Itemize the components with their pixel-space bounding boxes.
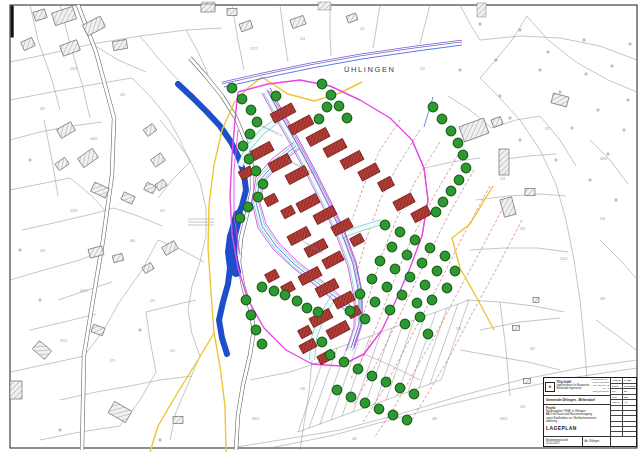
survey-cross-icon: [588, 178, 592, 182]
tree-icon: [253, 192, 263, 202]
survey-cross-icon: [28, 158, 32, 162]
building-existing: [10, 381, 22, 399]
building-planned-rect: [306, 127, 330, 146]
parcel-number-label: 451: [160, 209, 165, 213]
project-line: ableitung: [546, 420, 608, 423]
survey-cross-icon: [458, 68, 462, 72]
parcel-line: [44, 120, 58, 196]
building-existing-rect: [10, 381, 22, 399]
survey-cross-icon: [478, 22, 482, 26]
survey-cross-icon: [558, 90, 562, 94]
tree-icon: [238, 141, 248, 151]
tree-icon: [258, 179, 268, 189]
survey-cross-icon: [622, 128, 626, 132]
building-existing-rect: [239, 20, 253, 32]
parcel-number-label: 480/1: [252, 417, 260, 421]
parcel-line: [114, 208, 162, 226]
building-existing-rect: [142, 262, 154, 273]
building-planned: [306, 127, 330, 146]
tree-icon: [415, 312, 425, 322]
tree-icon: [437, 114, 447, 124]
building-planned: [296, 193, 320, 212]
building-existing: [55, 157, 69, 170]
tree-icon: [246, 105, 256, 115]
building-planned: [377, 176, 394, 191]
tree-icon: [339, 357, 349, 367]
client-name: Gemeinde Ühlingen - Birkendorf: [544, 396, 610, 405]
survey-cross-icon: [498, 94, 502, 98]
building-existing: [513, 326, 520, 331]
title-block-header: ti Tillig GmbH Ingenieurbüro für Bauwese…: [544, 378, 610, 396]
building-existing-rect: [57, 122, 76, 139]
building-existing: [142, 262, 154, 273]
tree-icon: [326, 90, 336, 100]
parcel-number-label: 452/3: [70, 209, 78, 213]
contour-line: [408, 220, 522, 426]
parcel-number-label: 527: [545, 127, 550, 131]
tree-icon: [353, 364, 363, 374]
tree-icon: [395, 383, 405, 393]
parcel-line: [590, 140, 628, 184]
parcel-line: [298, 380, 441, 432]
parcel-line: [500, 302, 510, 396]
building-existing: [201, 4, 215, 12]
parcel-line: [10, 252, 100, 280]
building-existing: [346, 13, 358, 23]
company-name-block: Tillig GmbH Ingenieurbüro für Bauwesen B…: [557, 382, 591, 391]
survey-cross-icon: [628, 42, 632, 46]
parcel-line: [480, 16, 527, 78]
parcel-number-label: 490/2: [500, 417, 508, 421]
building-existing-rect: [201, 4, 215, 12]
survey-cross-icon: [546, 50, 550, 54]
building-existing-rect: [227, 9, 237, 16]
parcel-line: [10, 356, 84, 372]
parcel-number-label: 440/2: [90, 137, 98, 141]
survey-cross-icon: [58, 428, 62, 432]
survey-cross-icon: [518, 138, 522, 142]
tree-icon: [243, 202, 253, 212]
tree-icon: [313, 307, 323, 317]
building-existing-rect: [121, 192, 135, 204]
tree-icon: [235, 213, 245, 223]
tree-icon: [425, 243, 435, 253]
building-existing: [551, 93, 569, 107]
building-existing: [21, 37, 36, 50]
building-existing: [151, 153, 166, 167]
tree-icon: [317, 79, 327, 89]
parcel-line: [420, 5, 430, 44]
survey-cross-icon: [614, 198, 618, 202]
parcel-line: [60, 386, 130, 400]
building-planned: [264, 193, 279, 207]
parcel-line: [373, 5, 380, 48]
building-existing-rect: [533, 298, 539, 303]
road-marking-yellow: [452, 186, 494, 330]
tree-icon: [251, 166, 261, 176]
tree-icon: [302, 303, 312, 313]
tree-icon: [269, 286, 279, 296]
building-existing: [91, 324, 105, 336]
building-planned: [326, 320, 350, 339]
building-existing-rect: [60, 40, 81, 56]
building-planned-rect: [340, 150, 364, 169]
parcel-number-label: 499: [600, 297, 605, 301]
tree-icon: [370, 297, 380, 307]
parcel-line: [10, 122, 102, 140]
tree-icon: [388, 410, 398, 420]
parcel-number-label: 471/2: [60, 339, 68, 343]
building-existing: [32, 341, 51, 360]
parcel-line: [476, 194, 566, 200]
parcel-number-label: 488: [432, 417, 437, 421]
tree-icon: [227, 83, 237, 93]
water-main-line: [224, 45, 462, 87]
parcel-number-label: 509/1: [600, 157, 608, 161]
tree-icon: [322, 102, 332, 112]
parcel-number-label: 511: [360, 27, 365, 31]
building-planned-rect: [350, 233, 365, 247]
tree-icon: [380, 220, 390, 230]
tree-icon: [440, 251, 450, 261]
tree-icon: [385, 305, 395, 315]
building-existing: [524, 379, 531, 384]
parcel-line: [596, 320, 636, 350]
building-existing-rect: [77, 148, 98, 167]
tree-icon: [458, 150, 468, 160]
